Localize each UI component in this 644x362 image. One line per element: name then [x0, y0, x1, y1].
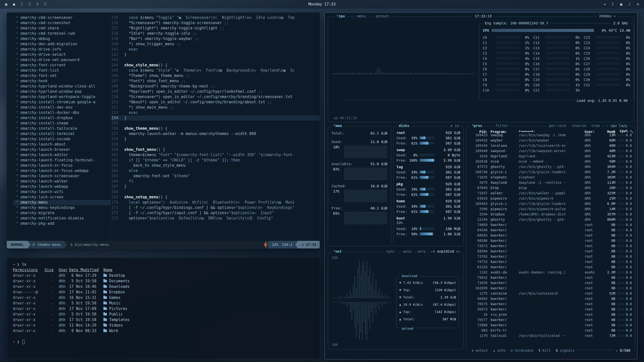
reverse-button[interactable]: reverse [570, 124, 588, 128]
sidebar-file-item[interactable]: * omarchy-notification-dismiss [14, 216, 110, 221]
sort-selector[interactable]: ‹ cpu lazy › [605, 124, 633, 128]
process-row[interactable]: 12244 ghostty /usr/bin/ghostty --gtk- dh… [466, 217, 635, 222]
sidebar-file-item[interactable]: * omarchy-install-steam [14, 121, 110, 126]
footer-key[interactable]: k signals [556, 348, 575, 352]
code-line[interactable]: 147 *Font*) show_font_menu ;; [111, 78, 320, 84]
workspace-2[interactable]: 2 [21, 2, 23, 7]
per-core-button[interactable]: per-core [548, 124, 568, 128]
workspace-active-icon[interactable]: ● [13, 2, 15, 7]
code-line[interactable]: 142 } [111, 52, 320, 57]
process-row[interactable]: 87573 ghostty /usr/bin/ghostty --gtk- dh… [466, 164, 635, 169]
code-line[interactable]: 146 *Theme*) show_theme_menu ;; [111, 73, 320, 78]
sidebar-file-item[interactable]: * omarchy-drive-select [14, 52, 110, 57]
code-line[interactable]: 163 back_to show_style_menu [111, 163, 320, 168]
code-line[interactable]: 169 show_setup_menu() { [111, 195, 320, 200]
process-row[interactable]: 76575 kworker/ root 0B 0.0 [466, 301, 635, 307]
sidebar-file-item[interactable]: * omarchy-hyprland-workspace-toggle [14, 94, 110, 100]
interval-plus-button[interactable]: + [614, 14, 616, 18]
process-row[interactable]: 883 btrfs-tr root 0B 0.0 [466, 328, 635, 333]
sidebar-file-item[interactable]: * omarchy-launch-walker [14, 179, 110, 184]
code-line[interactable]: 166 fi [111, 179, 320, 184]
net-sync-button[interactable]: sync [385, 249, 396, 253]
process-row[interactable]: 68583 kworker/ root 0B 0.0 [466, 233, 635, 238]
process-row[interactable]: 72073 kworker/ root 0B 0.0 [466, 243, 635, 249]
code-line[interactable]: 173 options="$options\n⚙ Defaults\n◍ DNS… [111, 216, 320, 221]
sidebar-file-item[interactable]: * omarchy-cmd-share [14, 26, 110, 31]
bluetooth-icon[interactable]: ᛒ [612, 2, 614, 7]
sidebar-file-item[interactable]: * omarchy-dev-add-migration [14, 41, 110, 47]
scroll-down-indicator[interactable]: ↓ [616, 348, 618, 352]
sidebar-file-item[interactable]: * omarchy-cmd-screensaver [14, 15, 110, 20]
sidebar-file-item[interactable]: * omarchy-install-docker-dbs [14, 110, 110, 115]
sidebar-file-item[interactable]: * omarchy-launch-wifi [14, 189, 110, 195]
process-row[interactable]: 71837 walker /usr/bin/walker --gappl dhh… [466, 191, 635, 196]
tab-proc[interactable]: ⁴proc [470, 124, 484, 128]
process-row[interactable]: 109432 waybar /usr/bin/waybar dhh 68M 0.… [466, 138, 635, 143]
workspace-3[interactable]: 3 [28, 2, 31, 7]
code-line[interactable]: 168 [111, 189, 320, 195]
sidebar-file-item[interactable]: * omarchy-launch-about [14, 142, 110, 147]
sidebar-file-item[interactable]: * omarchy-cmd-screenshot [14, 20, 110, 26]
sidebar-file-item[interactable]: * omarchy-install-dropbox [14, 115, 110, 121]
tab-cpu[interactable]: ¹cpu [335, 14, 347, 18]
process-row[interactable]: 16 rcu_pree root 0B 0.0 [466, 312, 635, 317]
interval-minus-button[interactable]: - [595, 14, 597, 18]
process-row[interactable]: 1170 tailscal /usr/sbin/tailscaled -- ro… [466, 333, 635, 338]
process-row[interactable]: 2506 pipewire /usr/bin/pipewire-pulse dh… [466, 206, 635, 212]
code-line[interactable]: 138 *Idle*) omarchy-toggle-idle ;; [111, 31, 320, 36]
process-row[interactable]: 1162 avahi-da avahi-daemon: running [ av… [466, 270, 635, 275]
sidebar-file-item[interactable]: * omarchy-install-tailscale [14, 126, 110, 131]
code-line[interactable]: 160 show_font_menu() { [111, 147, 320, 152]
sidebar-file-item[interactable]: * omarchy-hyprland-window-pop [14, 89, 110, 94]
code-line[interactable]: 148 *Background*) omarchy-theme-bg-next … [111, 84, 320, 89]
process-row[interactable]: 102099 kworker/ root 0B 0.0 [466, 286, 635, 291]
scroll-up-indicator[interactable]: ↑ [632, 130, 633, 134]
sidebar-file-item[interactable]: * omarchy-font-current [14, 63, 110, 68]
sidebar-file-item[interactable]: * omarchy-hyprland-window-close-all [14, 84, 110, 89]
code-line[interactable]: 161 theme=$(menu "Font" "$(omarchy-font-… [111, 152, 320, 158]
code-line[interactable]: 151 *About*) open_in_editor ~/.config/om… [111, 100, 320, 105]
process-row[interactable]: 81310 kworker/ root 0B 0.0 [466, 264, 635, 270]
sidebar-file-item[interactable]: * omarchy-drive-set-password [14, 57, 110, 63]
sidebar-file-item[interactable]: * omarchy-launch-browser [14, 147, 110, 152]
process-row[interactable]: 2544 dropbox /home/dhh/.dropbox-dist dhh… [466, 212, 635, 217]
process-row[interactable]: 87649 btop btop dhh 26M 0.0 [466, 185, 635, 191]
sidebar-file-item[interactable]: * omarchy-pkg-add [14, 221, 110, 226]
sidebar-file-item[interactable]: * omarchy-menu-keybindings [14, 205, 110, 210]
code-line[interactable]: 170 local options="♪ Audio\n≋ Wifi\nᛒ Bl… [111, 200, 320, 205]
code-line[interactable]: 171 [ -f ~/.config/hypr/bindings.conf ] … [111, 205, 320, 210]
workspace-4[interactable]: 4 [36, 2, 38, 7]
code-line[interactable]: 145 case $(menu "Style" "◐ Theme\n✎ Font… [111, 68, 320, 73]
process-row[interactable]: 74733 kworker/ root 0B 0.0 [466, 259, 635, 264]
workspace-window-icon[interactable]: ▣ [5, 2, 7, 7]
sidebar-file-item[interactable]: * omarchy-font-list [14, 68, 110, 73]
code-line[interactable]: 149 *Hyprland*) open_in_editor ~/.config… [111, 89, 320, 94]
code-line[interactable]: 137 *Nightlight*) omarchy-toggle-nightli… [111, 26, 320, 31]
footer-key[interactable]: t Kill [538, 348, 551, 352]
code-line[interactable]: 150 *Screensaver*) open_in_editor ~/.con… [111, 94, 320, 100]
sidebar-file-item[interactable]: * omarchy-drive-info [14, 47, 110, 52]
code-line[interactable]: 140 *) show_trigger_menu ;; [111, 41, 320, 47]
code-line[interactable]: 135 case $(menu "Toggle" "▣ Screensaver\… [111, 15, 320, 20]
tab-mem[interactable]: ²mem [332, 124, 344, 128]
menu-button[interactable]: menu [356, 14, 367, 18]
sidebar-file-item[interactable]: * omarchy-lock-screen [14, 195, 110, 200]
code-line[interactable]: 152 *) show_main_menu ;; [111, 105, 320, 110]
process-row[interactable]: 1916 Hyprland Hyprland dhh 423M 0.0 [466, 154, 635, 159]
process-row[interactable]: 94540 kworker/ root 0B 0.0 [466, 228, 635, 233]
terminal-input-line[interactable]: ~ ❯ [13, 339, 314, 345]
process-row[interactable]: 73703 kworker/ root 0B 0.0 [466, 254, 635, 259]
power-icon[interactable]: ⊙ [637, 2, 639, 7]
screencast-icon[interactable]: ⇥ [603, 2, 606, 7]
code-line[interactable]: 141 esac [111, 47, 320, 52]
code-line[interactable]: 154 } [111, 115, 320, 121]
process-row[interactable]: 74869 kworker/ root 0B 0.0 [466, 222, 635, 228]
code-line[interactable]: 153 esac [111, 110, 320, 115]
sidebar-file-item[interactable]: * omarchy-launch-editor [14, 152, 110, 158]
process-row[interactable]: 68584 kworker/ root 0B 0.0 [466, 249, 635, 254]
code-line[interactable]: 172 [ -f ~/.config/hypr/input.conf ] && … [111, 210, 320, 216]
process-row[interactable]: 73656 kworker/ root 0B 0.0 [466, 280, 635, 286]
process-row[interactable]: 76577 kworker/ root 0B 0.0 [466, 317, 635, 323]
code-line[interactable]: 167 } [111, 184, 320, 189]
sidebar-file-item[interactable]: * omarchy-install-chromium-google-a [14, 100, 110, 105]
